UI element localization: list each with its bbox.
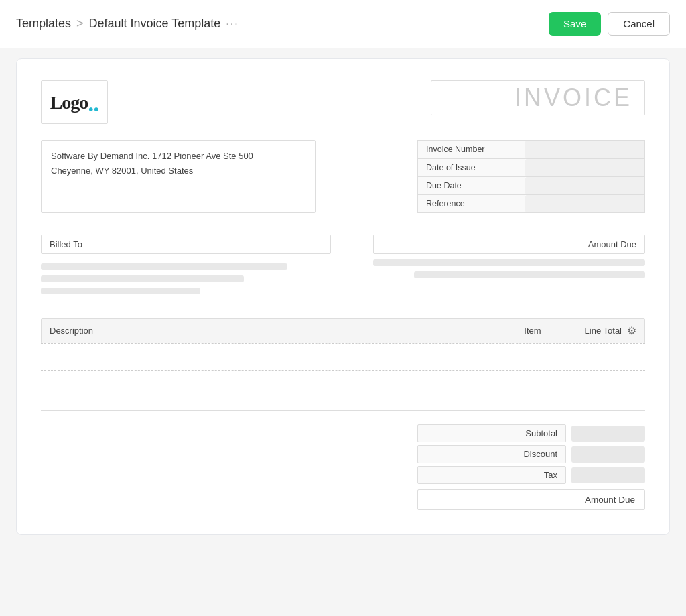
amount-due-placeholder-2 (414, 271, 645, 278)
meta-row-date-of-issue: Date of Issue (417, 158, 645, 176)
total-amount-due-label: Amount Due (417, 489, 645, 510)
breadcrumb-separator: > (76, 17, 84, 31)
invoice-card: Logo. INVOICE Software By Demand Inc. 17… (16, 58, 670, 535)
logo-box[interactable]: Logo. (41, 80, 108, 124)
meta-label-date-of-issue: Date of Issue (418, 159, 525, 176)
save-button[interactable]: Save (549, 12, 601, 36)
discount-label: Discount (417, 445, 566, 463)
totals-table: Subtotal Discount Tax Amount Due (417, 424, 645, 510)
subtotal-label: Subtotal (417, 424, 566, 442)
billed-amount-row: Billed To Amount Due (41, 235, 645, 300)
billed-to-section: Billed To (41, 235, 331, 300)
line-total-label: Line Total (585, 326, 622, 336)
table-row-1 (41, 343, 645, 370)
placeholder-line-1 (41, 263, 287, 270)
meta-row-reference: Reference (417, 194, 645, 213)
meta-value-reference[interactable] (525, 195, 644, 212)
table-bottom-divider (41, 410, 645, 411)
meta-row-invoice-number: Invoice Number (417, 140, 645, 158)
table-row-2 (41, 370, 645, 397)
meta-row-due-date: Due Date (417, 176, 645, 194)
breadcrumb: Templates > Default Invoice Template ··· (16, 17, 239, 31)
meta-table: Invoice Number Date of Issue Due Date Re… (417, 140, 645, 213)
address-box[interactable]: Software By Demand Inc. 1712 Pioneer Ave… (41, 140, 316, 213)
tax-value (571, 467, 645, 483)
placeholder-line-2 (41, 275, 244, 282)
placeholder-line-3 (41, 288, 200, 294)
breadcrumb-parent[interactable]: Templates (16, 17, 71, 31)
amount-due-section: Amount Due (373, 235, 645, 300)
invoice-meta-row: Software By Demand Inc. 1712 Pioneer Ave… (41, 140, 645, 213)
items-table: Description Item Line Total ⚙ (41, 318, 645, 397)
billed-to-label[interactable]: Billed To (41, 235, 331, 254)
col-item-header: Item (502, 326, 563, 336)
address-line1: Software By Demand Inc. 1712 Pioneer Ave… (51, 149, 305, 164)
amount-due-header-label[interactable]: Amount Due (373, 235, 645, 254)
subtotal-value (571, 426, 645, 442)
col-description-header: Description (50, 326, 502, 336)
meta-label-due-date: Due Date (418, 177, 525, 194)
amount-due-placeholder-1 (373, 259, 645, 266)
tax-row: Tax (417, 466, 645, 484)
invoice-header: Logo. INVOICE (41, 80, 645, 124)
breadcrumb-current: Default Invoice Template (89, 17, 221, 31)
discount-value (571, 446, 645, 463)
meta-value-invoice-number[interactable] (525, 141, 644, 158)
cancel-button[interactable]: Cancel (608, 12, 670, 36)
col-line-total-header: Line Total ⚙ (563, 324, 636, 337)
total-amount-due-row: Amount Due (417, 489, 645, 510)
subtotal-row: Subtotal (417, 424, 645, 442)
invoice-title-box: INVOICE (431, 80, 645, 115)
settings-icon[interactable]: ⚙ (627, 324, 636, 337)
billed-to-placeholder (41, 263, 331, 294)
top-actions: Save Cancel (549, 12, 670, 36)
meta-value-date-of-issue[interactable] (525, 159, 644, 176)
tax-label: Tax (417, 466, 566, 484)
items-table-header: Description Item Line Total ⚙ (41, 318, 645, 343)
meta-value-due-date[interactable] (525, 177, 644, 194)
breadcrumb-ellipsis[interactable]: ··· (226, 18, 238, 30)
totals-section: Subtotal Discount Tax Amount Due (41, 424, 645, 510)
invoice-title: INVOICE (514, 84, 632, 112)
meta-label-invoice-number: Invoice Number (418, 141, 525, 158)
top-bar: Templates > Default Invoice Template ···… (0, 0, 686, 48)
meta-label-reference: Reference (418, 195, 525, 212)
discount-row: Discount (417, 445, 645, 463)
logo-image: Logo. (50, 92, 99, 113)
address-line2: Cheyenne, WY 82001, United States (51, 164, 305, 178)
